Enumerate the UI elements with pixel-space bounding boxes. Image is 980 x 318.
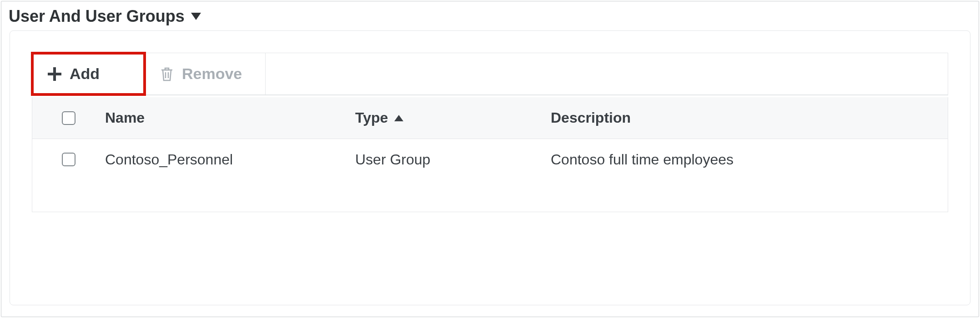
trash-icon	[160, 66, 174, 82]
column-header-name[interactable]: Name	[105, 109, 355, 126]
sort-asc-icon	[394, 115, 403, 121]
svg-marker-3	[394, 115, 403, 121]
table-header-row: Name Type Description	[32, 97, 948, 139]
column-header-description[interactable]: Description	[551, 109, 948, 126]
remove-button[interactable]: Remove	[145, 53, 266, 94]
table-empty-space	[32, 180, 948, 212]
add-button-label: Add	[70, 65, 100, 83]
row-checkbox[interactable]	[62, 153, 75, 166]
table: Name Type Description Contoso_Personnel	[32, 97, 948, 212]
select-all-checkbox[interactable]	[62, 111, 75, 125]
svg-rect-2	[48, 73, 61, 75]
panel: Add Remove	[10, 30, 970, 305]
cell-description: Contoso full time employees	[551, 151, 948, 168]
svg-marker-0	[191, 13, 201, 20]
cell-name: Contoso_Personnel	[105, 151, 355, 168]
cell-type: User Group	[355, 151, 551, 168]
caret-down-icon	[191, 13, 201, 20]
table-row[interactable]: Contoso_Personnel User Group Contoso ful…	[32, 139, 948, 180]
column-header-type[interactable]: Type	[355, 109, 551, 126]
remove-button-label: Remove	[182, 65, 242, 83]
add-button[interactable]: Add	[32, 53, 145, 94]
toolbar: Add Remove	[32, 53, 948, 95]
plus-icon	[48, 67, 61, 81]
section-header[interactable]: User And User Groups	[2, 2, 978, 30]
section-title: User And User Groups	[9, 7, 185, 26]
section-container: User And User Groups Add	[1, 1, 979, 317]
